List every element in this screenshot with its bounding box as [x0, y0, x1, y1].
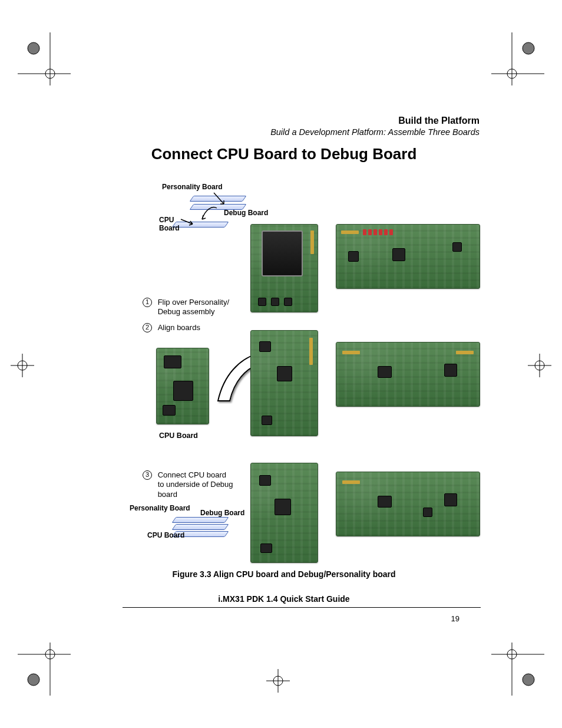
crop-mark-icon — [528, 354, 551, 377]
step-text: Align boards — [158, 323, 200, 332]
label-board: Board — [159, 224, 180, 232]
svg-point-7 — [507, 69, 517, 78]
svg-point-23 — [507, 650, 517, 659]
personality-board-photo — [250, 224, 318, 312]
crop-mark-icon — [266, 669, 290, 693]
crop-mark-icon — [18, 643, 71, 696]
assembled-debug-side-photo — [336, 472, 480, 536]
step-text: Connect CPU board to underside of Debug … — [158, 470, 234, 499]
section-subtitle: Build a Development Platform: Assemble T… — [270, 127, 480, 137]
step-1: 1 Flip over Personality/ Debug assembly — [143, 298, 237, 317]
figure-caption: Figure 3.3 Align CPU board and Debug/Per… — [88, 569, 480, 579]
crop-mark-icon — [11, 354, 34, 377]
label-debug-board: Debug Board — [224, 209, 268, 217]
label-personality-board: Personality Board — [162, 183, 223, 191]
figure-3-3: Personality Board Debug Board CPU Board … — [88, 177, 480, 566]
assembly-underside-photo — [250, 330, 318, 436]
label-personality-board: Personality Board — [130, 504, 190, 512]
guide-title: i.MX31 PDK 1.4 Quick Start Guide — [88, 594, 480, 604]
label-cpu: CPU — [159, 216, 174, 224]
assembled-stack-photo — [250, 463, 318, 563]
step-2: 2 Align boards — [143, 323, 200, 332]
pointer-arrow-icon — [212, 191, 230, 206]
footer-rule — [123, 607, 481, 608]
pointer-arrow-icon — [180, 217, 195, 228]
svg-point-18 — [45, 650, 55, 659]
svg-point-3 — [28, 42, 39, 54]
svg-point-12 — [18, 361, 27, 370]
label-cpu-board: CPU Board — [159, 431, 198, 440]
step-3: 3 Connect CPU board to underside of Debu… — [143, 470, 237, 499]
crop-mark-icon — [491, 643, 544, 696]
document-page: Build the Platform Build a Development P… — [0, 0, 562, 728]
crop-mark-icon — [491, 32, 544, 85]
step-number-badge: 3 — [143, 470, 152, 480]
chapter-title: Build the Platform — [270, 116, 480, 126]
running-head: Build the Platform Build a Development P… — [270, 116, 480, 137]
svg-point-15 — [535, 361, 544, 370]
step-text: Flip over Personality/ Debug assembly — [158, 298, 234, 317]
debug-board-photo — [336, 224, 480, 289]
label-debug-board: Debug Board — [200, 509, 244, 517]
board-stack-diagram: Personality Board Debug Board CPU Board — [124, 504, 224, 557]
svg-point-2 — [45, 69, 55, 78]
page-heading: Connect CPU Board to Debug Board — [88, 145, 480, 163]
svg-point-28 — [273, 676, 283, 686]
page-number: 19 — [451, 614, 459, 623]
crop-mark-icon — [18, 32, 71, 85]
svg-point-19 — [28, 674, 39, 686]
cpu-board-photo — [156, 348, 209, 424]
svg-point-4 — [28, 42, 39, 54]
step-number-badge: 1 — [143, 298, 152, 307]
svg-point-25 — [523, 674, 534, 686]
board-stack-diagram: Personality Board Debug Board CPU Board — [124, 183, 224, 236]
svg-point-8 — [523, 42, 534, 54]
svg-point-20 — [28, 674, 39, 686]
step-number-badge: 2 — [143, 323, 152, 332]
label-cpu-board: CPU Board — [147, 531, 184, 539]
debug-board-underside-photo — [336, 342, 480, 407]
pointer-arrow-icon — [200, 206, 220, 222]
svg-point-24 — [523, 674, 534, 686]
svg-point-9 — [523, 42, 534, 54]
